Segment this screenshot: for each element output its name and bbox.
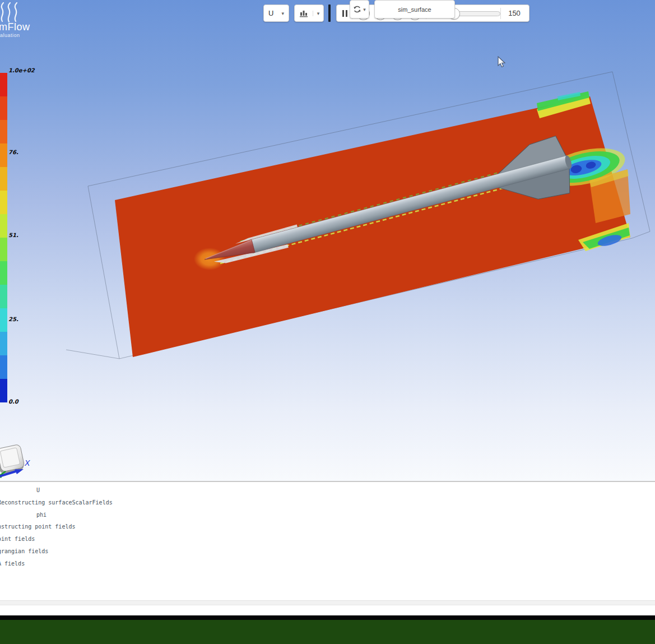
orientation-cube[interactable] (0, 441, 37, 481)
colorbar-band (0, 191, 7, 214)
legend-tick-max: 1.0e+02 (8, 67, 35, 73)
solver-log-console[interactable]: U Reconstructing surfaceScalarFields phi… (0, 482, 655, 601)
colorbar-band (0, 96, 7, 120)
refresh-surface-button[interactable]: ▾ (350, 0, 369, 18)
field-selector-dropdown[interactable]: U ▾ (263, 4, 289, 22)
surface-selector-button[interactable]: sim_surface (374, 0, 455, 18)
legend-tick-75: 76. (8, 149, 18, 155)
frame-number: 150 (505, 9, 523, 17)
log-line: U (36, 487, 655, 499)
log-line: grangian fields (0, 548, 655, 560)
chart-dropdown-caret[interactable]: ▾ (313, 11, 323, 16)
pause-button[interactable] (342, 10, 347, 17)
colorbar-band (0, 332, 7, 355)
mouse-cursor (498, 56, 507, 68)
surface-name: sim_surface (398, 6, 431, 13)
logo-subtitle: aluation (0, 33, 20, 38)
bar-chart-icon (295, 9, 313, 17)
colorbar-band (0, 238, 7, 261)
colorbar-band (0, 120, 7, 143)
colorbar (0, 73, 7, 402)
divider (500, 8, 501, 19)
colorbar-band (0, 261, 7, 285)
status-strip (0, 600, 655, 605)
x-axis-label: X (25, 458, 30, 467)
colorbar-band (0, 355, 7, 379)
velocity-cut-plane (115, 96, 630, 357)
log-line: Reconstructing surfaceScalarFields (0, 499, 655, 512)
colorbar-band (0, 143, 7, 167)
render-viewport[interactable]: mFlow aluation U ▾ ▾ (0, 0, 655, 481)
colorbar-band (0, 285, 7, 308)
field-selector-value: U (268, 9, 273, 17)
chevron-down-icon: ▾ (281, 11, 284, 16)
log-line: A fields (0, 560, 655, 573)
desktop-background-strip (0, 620, 655, 644)
colorbar-band (0, 308, 7, 332)
cfd-scene (0, 0, 655, 481)
chart-tool-button[interactable]: ▾ (294, 4, 324, 22)
chevron-down-icon: ▾ (363, 7, 366, 12)
refresh-icon (353, 5, 361, 13)
bottom-white-strip (0, 606, 655, 615)
colorbar-band (0, 379, 7, 402)
legend-tick-25: 25. (8, 316, 18, 322)
log-line: phi (36, 512, 655, 524)
log-line: nstructing point fields (0, 523, 655, 536)
legend-tick-min: 0.0 (8, 399, 18, 405)
logo-title: mFlow (0, 21, 30, 33)
flame-icon (0, 2, 28, 22)
colorbar-band (0, 167, 7, 191)
colorbar-band (0, 214, 7, 238)
toolbar-separator (328, 4, 331, 22)
legend-tick-50: 51. (8, 232, 18, 238)
colorbar-band (0, 73, 7, 96)
chevron-down-icon: ▾ (317, 11, 320, 16)
window-edge-bar (0, 615, 655, 620)
log-line: oint fields (0, 536, 655, 548)
